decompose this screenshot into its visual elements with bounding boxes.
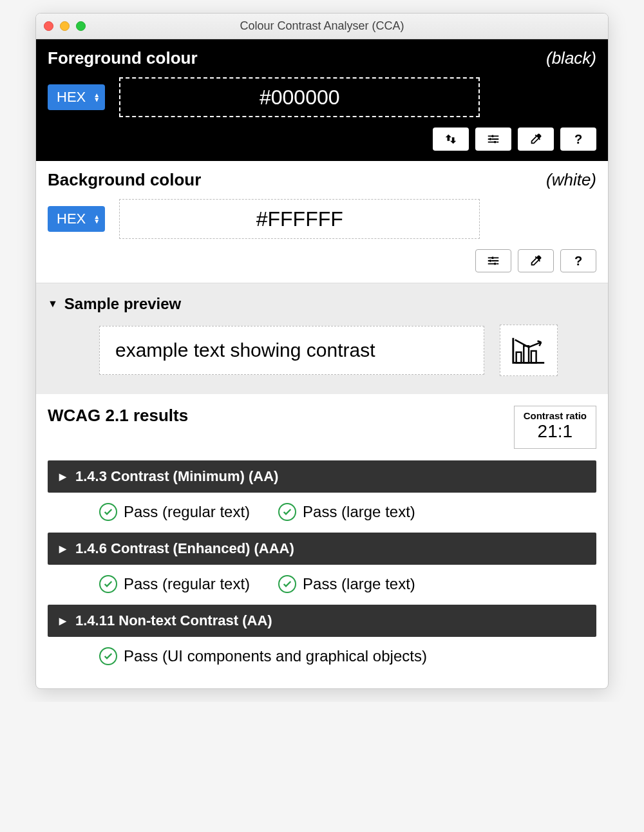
help-icon: ? <box>574 254 582 269</box>
foreground-label: Foreground colour <box>48 48 198 68</box>
background-hex-value: #FFFFFF <box>256 207 343 231</box>
criteria-title: 1.4.6 Contrast (Enhanced) (AAA) <box>75 540 294 557</box>
sample-chart-box <box>500 325 558 376</box>
check-circle-icon <box>278 575 296 593</box>
svg-point-5 <box>494 263 497 265</box>
contrast-ratio-value: 21:1 <box>524 421 587 442</box>
foreground-hex-input[interactable]: #000000 <box>119 77 480 117</box>
results-section: WCAG 2.1 results Contrast ratio 21:1 ▶1.… <box>36 394 608 688</box>
window-title: Colour Contrast Analyser (CCA) <box>36 19 608 33</box>
results-heading: WCAG 2.1 results <box>48 406 188 426</box>
chevron-right-icon: ▶ <box>59 616 66 626</box>
check-circle-icon <box>99 575 117 593</box>
sample-text-box: example text showing contrast <box>99 326 484 375</box>
bar-chart-icon <box>510 334 547 366</box>
background-eyedropper-button[interactable] <box>518 249 554 272</box>
chevron-updown-icon: ▲▼ <box>93 93 100 102</box>
eyedropper-icon <box>529 254 543 268</box>
criteria-toggle[interactable]: ▶1.4.11 Non-text Contrast (AA) <box>48 605 596 637</box>
pass-label: Pass (regular text) <box>124 503 250 521</box>
foreground-sliders-button[interactable] <box>475 128 511 151</box>
contrast-ratio-box: Contrast ratio 21:1 <box>514 406 596 449</box>
foreground-help-button[interactable]: ? <box>560 128 596 151</box>
background-help-button[interactable]: ? <box>560 249 596 272</box>
criteria-pass-row: Pass (regular text)Pass (large text) <box>48 565 596 605</box>
chevron-right-icon: ▶ <box>59 471 66 482</box>
criteria-toggle[interactable]: ▶1.4.6 Contrast (Enhanced) (AAA) <box>48 533 596 565</box>
foreground-colour-name: (black) <box>546 48 596 68</box>
pass-label: Pass (UI components and graphical object… <box>124 647 427 665</box>
foreground-hex-value: #000000 <box>260 86 340 109</box>
chevron-updown-icon: ▲▼ <box>93 214 100 223</box>
background-label: Background colour <box>48 170 201 190</box>
check-circle-icon <box>278 503 296 521</box>
svg-rect-6 <box>516 352 522 363</box>
criteria-pass-row: Pass (UI components and graphical object… <box>48 637 596 677</box>
pass-item: Pass (UI components and graphical object… <box>99 647 427 665</box>
sample-preview-section: ▼ Sample preview example text showing co… <box>36 283 608 394</box>
sample-text: example text showing contrast <box>115 339 375 361</box>
background-sliders-button[interactable] <box>475 249 511 272</box>
criteria-title: 1.4.11 Non-text Contrast (AA) <box>75 612 272 629</box>
check-circle-icon <box>99 647 117 665</box>
criteria-toggle[interactable]: ▶1.4.3 Contrast (Minimum) (AA) <box>48 460 596 493</box>
swap-colours-button[interactable] <box>433 128 469 151</box>
sliders-icon <box>486 132 500 146</box>
svg-point-0 <box>491 135 494 138</box>
eyedropper-icon <box>529 132 543 146</box>
criteria-title: 1.4.3 Contrast (Minimum) (AA) <box>75 468 278 485</box>
svg-point-4 <box>489 260 492 262</box>
pass-label: Pass (large text) <box>303 575 415 593</box>
swap-icon <box>444 132 458 146</box>
background-panel: Background colour (white) HEX ▲▼ #FFFFFF… <box>36 161 608 283</box>
pass-item: Pass (large text) <box>278 575 415 593</box>
foreground-panel: Foreground colour (black) HEX ▲▼ #000000 <box>36 39 608 161</box>
sample-preview-heading: Sample preview <box>64 295 181 313</box>
background-format-value: HEX <box>57 211 86 227</box>
help-icon: ? <box>574 132 582 147</box>
svg-point-2 <box>494 141 497 144</box>
foreground-eyedropper-button[interactable] <box>518 128 554 151</box>
pass-label: Pass (regular text) <box>124 575 250 593</box>
svg-point-3 <box>491 257 494 260</box>
background-colour-name: (white) <box>546 170 596 190</box>
chevron-right-icon: ▶ <box>59 544 66 554</box>
pass-item: Pass (regular text) <box>99 503 250 521</box>
chevron-down-icon: ▼ <box>48 298 58 310</box>
background-hex-input[interactable]: #FFFFFF <box>119 199 480 239</box>
app-window: Colour Contrast Analyser (CCA) Foregroun… <box>35 13 609 689</box>
svg-rect-7 <box>524 346 529 363</box>
pass-item: Pass (large text) <box>278 503 415 521</box>
criteria-pass-row: Pass (regular text)Pass (large text) <box>48 493 596 533</box>
svg-point-1 <box>489 138 492 140</box>
pass-label: Pass (large text) <box>303 503 415 521</box>
pass-item: Pass (regular text) <box>99 575 250 593</box>
foreground-format-select[interactable]: HEX ▲▼ <box>48 84 105 110</box>
contrast-ratio-label: Contrast ratio <box>524 410 587 421</box>
background-format-select[interactable]: HEX ▲▼ <box>48 206 105 232</box>
titlebar: Colour Contrast Analyser (CCA) <box>36 14 608 39</box>
svg-rect-8 <box>531 351 536 363</box>
foreground-format-value: HEX <box>57 89 86 106</box>
sample-preview-toggle[interactable]: ▼ Sample preview <box>48 295 596 313</box>
sliders-icon <box>486 254 500 268</box>
check-circle-icon <box>99 503 117 521</box>
